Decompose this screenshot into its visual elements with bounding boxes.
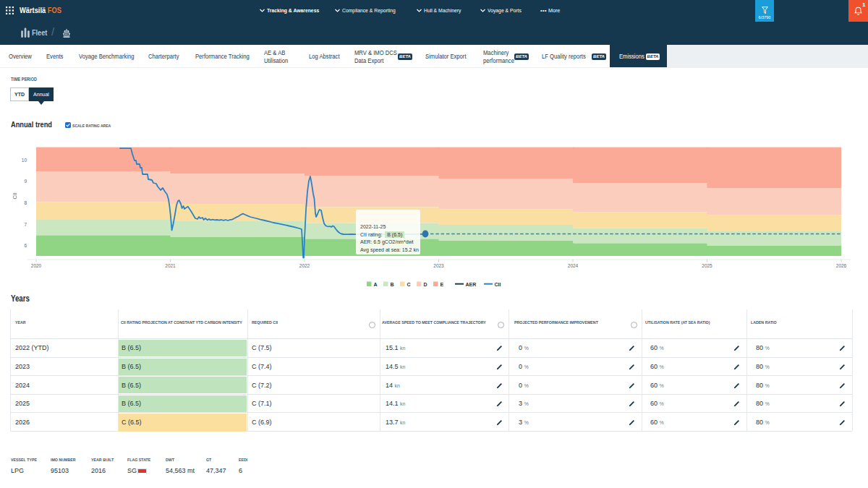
svg-text:CII: CII: [495, 282, 501, 287]
svg-text:6: 6: [24, 243, 27, 248]
svg-text:2022: 2022: [299, 263, 310, 268]
svg-text:8: 8: [24, 200, 27, 205]
svg-text:7: 7: [24, 222, 27, 227]
svg-text:AER: AER: [466, 282, 477, 287]
svg-text:2025: 2025: [702, 263, 712, 268]
svg-text:2020: 2020: [31, 263, 42, 268]
svg-text:CII: CII: [12, 192, 17, 199]
svg-text:C: C: [407, 282, 411, 287]
svg-text:10: 10: [22, 158, 27, 163]
svg-text:D: D: [424, 282, 427, 287]
svg-text:B: B: [391, 282, 394, 287]
svg-text:9: 9: [24, 179, 27, 184]
svg-text:A: A: [374, 282, 378, 287]
svg-text:2021: 2021: [165, 263, 176, 268]
svg-text:2023: 2023: [433, 263, 444, 268]
svg-text:2024: 2024: [568, 263, 579, 268]
svg-text:E: E: [441, 282, 444, 287]
svg-text:2026: 2026: [836, 263, 847, 268]
